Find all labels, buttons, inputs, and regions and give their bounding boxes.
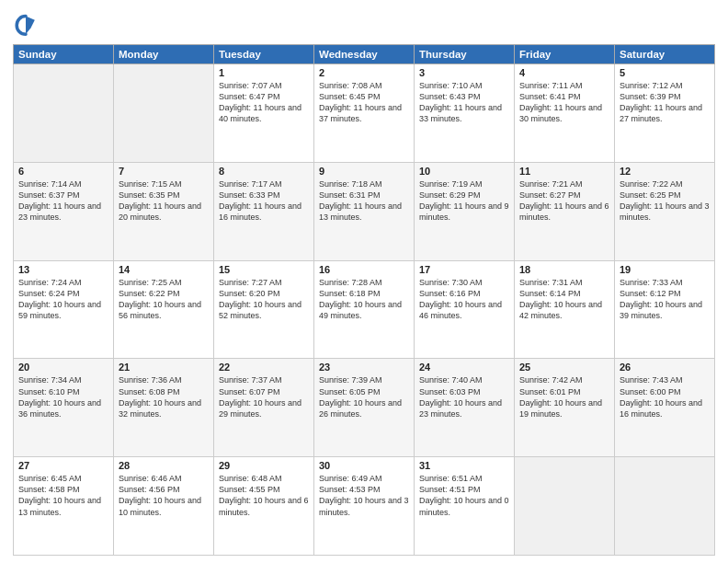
day-info: Sunrise: 7:24 AMSunset: 6:24 PMDaylight:…	[18, 277, 108, 322]
day-info: Sunrise: 7:15 AMSunset: 6:35 PMDaylight:…	[119, 178, 209, 224]
day-info: Sunrise: 6:49 AMSunset: 4:53 PMDaylight:…	[319, 473, 409, 518]
day-number: 27	[18, 460, 108, 471]
calendar-week: 13Sunrise: 7:24 AMSunset: 6:24 PMDayligh…	[14, 260, 715, 359]
day-number: 11	[519, 166, 609, 177]
day-info: Sunrise: 7:21 AMSunset: 6:27 PMDaylight:…	[519, 178, 609, 224]
day-number: 3	[419, 67, 509, 78]
day-number: 25	[519, 362, 609, 373]
weekday-header: Sunday	[14, 45, 114, 64]
weekday-header: Monday	[114, 45, 214, 64]
weekday-header: Thursday	[415, 45, 515, 64]
calendar-day: 2Sunrise: 7:08 AMSunset: 6:45 PMDaylight…	[314, 64, 415, 163]
calendar-day: 16Sunrise: 7:28 AMSunset: 6:18 PMDayligh…	[314, 260, 415, 359]
day-number: 13	[18, 264, 108, 275]
calendar-day: 8Sunrise: 7:17 AMSunset: 6:33 PMDaylight…	[214, 162, 314, 260]
page-header	[13, 11, 715, 37]
day-number: 28	[119, 460, 209, 471]
day-info: Sunrise: 6:46 AMSunset: 4:56 PMDaylight:…	[119, 473, 209, 518]
day-info: Sunrise: 7:42 AMSunset: 6:01 PMDaylight:…	[519, 374, 609, 419]
calendar-day: 12Sunrise: 7:22 AMSunset: 6:25 PMDayligh…	[615, 162, 715, 260]
day-number: 18	[519, 264, 609, 275]
day-number: 23	[319, 362, 409, 373]
calendar-day: 26Sunrise: 7:43 AMSunset: 6:00 PMDayligh…	[615, 359, 715, 457]
day-info: Sunrise: 7:18 AMSunset: 6:31 PMDaylight:…	[319, 178, 409, 224]
calendar-day: 31Sunrise: 6:51 AMSunset: 4:51 PMDayligh…	[415, 457, 515, 556]
weekday-header: Wednesday	[314, 45, 415, 64]
day-info: Sunrise: 7:14 AMSunset: 6:37 PMDaylight:…	[18, 178, 108, 224]
day-number: 24	[419, 362, 509, 373]
calendar-day: 4Sunrise: 7:11 AMSunset: 6:41 PMDaylight…	[515, 64, 615, 163]
calendar-day: 22Sunrise: 7:37 AMSunset: 6:07 PMDayligh…	[214, 359, 314, 457]
day-number: 2	[319, 67, 409, 78]
day-number: 16	[319, 264, 409, 275]
calendar-day: 7Sunrise: 7:15 AMSunset: 6:35 PMDaylight…	[114, 162, 214, 260]
calendar-day: 19Sunrise: 7:33 AMSunset: 6:12 PMDayligh…	[615, 260, 715, 359]
calendar-day: 18Sunrise: 7:31 AMSunset: 6:14 PMDayligh…	[515, 260, 615, 359]
weekday-header: Saturday	[615, 45, 715, 64]
day-number: 17	[419, 264, 509, 275]
day-number: 7	[119, 166, 209, 177]
calendar-day	[14, 64, 114, 163]
day-info: Sunrise: 7:39 AMSunset: 6:05 PMDaylight:…	[319, 374, 409, 419]
calendar-day: 9Sunrise: 7:18 AMSunset: 6:31 PMDaylight…	[314, 162, 415, 260]
calendar-day: 11Sunrise: 7:21 AMSunset: 6:27 PMDayligh…	[515, 162, 615, 260]
calendar-day: 29Sunrise: 6:48 AMSunset: 4:55 PMDayligh…	[214, 457, 314, 556]
day-info: Sunrise: 7:30 AMSunset: 6:16 PMDaylight:…	[419, 277, 509, 322]
day-number: 14	[119, 264, 209, 275]
day-info: Sunrise: 7:37 AMSunset: 6:07 PMDaylight:…	[219, 374, 309, 419]
calendar-week: 20Sunrise: 7:34 AMSunset: 6:10 PMDayligh…	[14, 359, 715, 457]
day-number: 29	[219, 460, 309, 471]
day-info: Sunrise: 7:17 AMSunset: 6:33 PMDaylight:…	[219, 178, 309, 224]
day-info: Sunrise: 7:28 AMSunset: 6:18 PMDaylight:…	[319, 277, 409, 322]
day-info: Sunrise: 7:34 AMSunset: 6:10 PMDaylight:…	[18, 374, 108, 419]
day-number: 9	[319, 166, 409, 177]
day-info: Sunrise: 7:12 AMSunset: 6:39 PMDaylight:…	[620, 80, 710, 125]
calendar-week: 6Sunrise: 7:14 AMSunset: 6:37 PMDaylight…	[14, 162, 715, 260]
calendar-header: SundayMondayTuesdayWednesdayThursdayFrid…	[14, 45, 715, 64]
day-number: 30	[319, 460, 409, 471]
day-info: Sunrise: 7:36 AMSunset: 6:08 PMDaylight:…	[119, 374, 209, 419]
day-info: Sunrise: 7:31 AMSunset: 6:14 PMDaylight:…	[519, 277, 609, 322]
calendar-day: 13Sunrise: 7:24 AMSunset: 6:24 PMDayligh…	[14, 260, 114, 359]
day-info: Sunrise: 7:27 AMSunset: 6:20 PMDaylight:…	[219, 277, 309, 322]
logo	[13, 11, 40, 37]
day-info: Sunrise: 7:11 AMSunset: 6:41 PMDaylight:…	[519, 80, 609, 125]
calendar-week: 27Sunrise: 6:45 AMSunset: 4:58 PMDayligh…	[14, 457, 715, 556]
day-number: 22	[219, 362, 309, 373]
calendar-week: 1Sunrise: 7:07 AMSunset: 6:47 PMDaylight…	[14, 64, 715, 163]
calendar-day: 6Sunrise: 7:14 AMSunset: 6:37 PMDaylight…	[14, 162, 114, 260]
day-info: Sunrise: 7:40 AMSunset: 6:03 PMDaylight:…	[419, 374, 509, 419]
day-info: Sunrise: 7:22 AMSunset: 6:25 PMDaylight:…	[620, 178, 710, 224]
day-info: Sunrise: 7:19 AMSunset: 6:29 PMDaylight:…	[419, 178, 509, 224]
weekday-header: Tuesday	[214, 45, 314, 64]
day-number: 8	[219, 166, 309, 177]
day-number: 31	[419, 460, 509, 471]
day-number: 19	[620, 264, 710, 275]
calendar-table: SundayMondayTuesdayWednesdayThursdayFrid…	[13, 44, 715, 556]
day-info: Sunrise: 7:25 AMSunset: 6:22 PMDaylight:…	[119, 277, 209, 322]
calendar-day: 15Sunrise: 7:27 AMSunset: 6:20 PMDayligh…	[214, 260, 314, 359]
calendar-day: 20Sunrise: 7:34 AMSunset: 6:10 PMDayligh…	[14, 359, 114, 457]
calendar-day: 24Sunrise: 7:40 AMSunset: 6:03 PMDayligh…	[415, 359, 515, 457]
calendar-day: 30Sunrise: 6:49 AMSunset: 4:53 PMDayligh…	[314, 457, 415, 556]
day-info: Sunrise: 7:08 AMSunset: 6:45 PMDaylight:…	[319, 80, 409, 125]
weekday-header: Friday	[515, 45, 615, 64]
day-number: 10	[419, 166, 509, 177]
calendar-day: 5Sunrise: 7:12 AMSunset: 6:39 PMDaylight…	[615, 64, 715, 163]
calendar-day: 25Sunrise: 7:42 AMSunset: 6:01 PMDayligh…	[515, 359, 615, 457]
day-number: 20	[18, 362, 108, 373]
calendar-day	[114, 64, 214, 163]
day-number: 5	[620, 67, 710, 78]
day-number: 4	[519, 67, 609, 78]
calendar-day: 21Sunrise: 7:36 AMSunset: 6:08 PMDayligh…	[114, 359, 214, 457]
calendar-day: 27Sunrise: 6:45 AMSunset: 4:58 PMDayligh…	[14, 457, 114, 556]
day-number: 21	[119, 362, 209, 373]
day-number: 6	[18, 166, 108, 177]
day-info: Sunrise: 7:10 AMSunset: 6:43 PMDaylight:…	[419, 80, 509, 125]
day-info: Sunrise: 7:07 AMSunset: 6:47 PMDaylight:…	[219, 80, 309, 125]
day-info: Sunrise: 7:33 AMSunset: 6:12 PMDaylight:…	[620, 277, 710, 322]
day-number: 15	[219, 264, 309, 275]
day-info: Sunrise: 6:45 AMSunset: 4:58 PMDaylight:…	[18, 473, 108, 518]
day-info: Sunrise: 6:48 AMSunset: 4:55 PMDaylight:…	[219, 473, 309, 518]
calendar-day	[615, 457, 715, 556]
